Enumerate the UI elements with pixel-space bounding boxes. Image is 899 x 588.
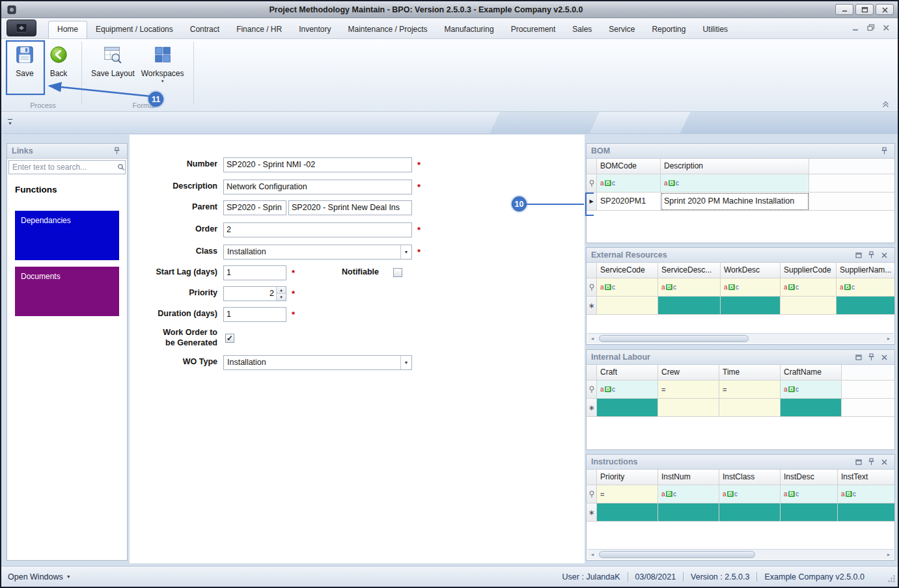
open-windows-dropdown[interactable]: Open Windows ▼ [8, 572, 71, 581]
tab-maintenance-projects[interactable]: Maintenance / Projects [340, 21, 436, 38]
filter-cell[interactable]: aBc [597, 381, 658, 399]
column-header-workdesc[interactable]: WorkDesc [721, 263, 781, 278]
parent-code-input[interactable] [223, 200, 286, 215]
parent-description-input[interactable] [288, 200, 412, 215]
column-header-priority[interactable]: Priority [597, 470, 658, 485]
pin-icon[interactable] [879, 146, 890, 156]
new-row-cell[interactable] [719, 503, 781, 522]
close-icon[interactable] [879, 250, 890, 260]
column-header-insttext[interactable]: InstText [838, 470, 894, 485]
new-row-cell[interactable] [597, 503, 658, 522]
maximize-icon[interactable] [853, 250, 864, 260]
priority-input[interactable] [224, 287, 276, 301]
new-row-cell[interactable] [597, 399, 658, 417]
column-header-instclass[interactable]: InstClass [719, 470, 781, 485]
close-icon[interactable] [879, 352, 890, 362]
filter-cell[interactable]: aBc [719, 485, 781, 503]
new-row-cell[interactable] [658, 399, 719, 417]
new-row-cell[interactable] [597, 297, 658, 315]
mdi-minimize-icon[interactable] [852, 24, 859, 33]
column-header-suppliercode[interactable]: SupplierCode [781, 263, 837, 278]
tab-contract[interactable]: Contract [182, 21, 228, 38]
mdi-close-icon[interactable] [883, 24, 890, 33]
search-icon[interactable] [117, 163, 125, 171]
number-input[interactable] [223, 157, 412, 172]
bom-row-description[interactable]: Sprint 2020 PM Machine Installation [661, 193, 809, 211]
mdi-restore-icon[interactable] [867, 24, 875, 33]
new-row-cell[interactable] [838, 503, 894, 522]
pin-icon[interactable] [111, 146, 122, 156]
tab-utilities[interactable]: Utilities [694, 21, 736, 38]
pin-icon[interactable] [866, 250, 877, 260]
link-dependancies[interactable]: Dependancies [15, 211, 119, 260]
spin-down-icon[interactable]: ▾ [277, 293, 286, 301]
filter-cell[interactable]: = [658, 381, 719, 399]
wo-type-dropdown[interactable]: Installation ▼ [223, 355, 412, 370]
close-icon[interactable] [879, 457, 890, 467]
save-layout-button[interactable]: Save Layout [88, 42, 138, 80]
ribbon-collapse-icon[interactable] [881, 101, 890, 108]
work-order-checkbox[interactable]: ✓ [225, 334, 234, 343]
tab-procurement[interactable]: Procurement [503, 21, 564, 38]
maximize-icon[interactable] [853, 457, 864, 467]
column-header-craft[interactable]: Craft [597, 365, 658, 381]
column-header-instnum[interactable]: InstNum [658, 470, 719, 485]
application-menu-button[interactable] [7, 20, 36, 36]
column-header-bomcode[interactable]: BOMCode [597, 159, 661, 174]
dropdown-arrow-icon[interactable]: ▼ [400, 356, 411, 369]
tab-inventory[interactable]: Inventory [290, 21, 339, 38]
scrollbar-thumb[interactable] [599, 335, 749, 342]
filter-row-icon[interactable] [587, 174, 597, 193]
new-row-cell[interactable] [781, 297, 837, 315]
filter-row-icon[interactable] [587, 485, 597, 503]
pin-icon[interactable] [866, 352, 877, 362]
filter-cell-bomcode[interactable]: aBc [597, 174, 661, 193]
new-row-cell[interactable] [781, 503, 838, 522]
back-button[interactable]: Back [42, 42, 76, 80]
column-header-suppliername[interactable]: SupplierNam... [837, 263, 894, 278]
duration-input[interactable] [223, 307, 286, 322]
column-header-time[interactable]: Time [719, 365, 781, 381]
class-dropdown[interactable]: Installation ▼ [223, 245, 412, 260]
scroll-left-icon[interactable]: ◂ [587, 336, 598, 341]
filter-row-icon[interactable] [587, 278, 597, 297]
maximize-icon[interactable] [853, 352, 864, 362]
filter-cell[interactable]: aBc [837, 278, 894, 297]
column-header-craftname[interactable]: CraftName [781, 365, 842, 381]
filter-cell[interactable]: aBc [658, 278, 721, 297]
priority-stepper[interactable]: ▴ ▾ [223, 286, 286, 301]
filter-cell-description[interactable]: aBc [661, 174, 809, 193]
minimize-icon[interactable] [835, 4, 853, 15]
scrollbar-track[interactable] [598, 550, 883, 559]
new-row-cell[interactable] [719, 399, 781, 417]
horizontal-scrollbar[interactable]: ◂ ▸ [587, 333, 894, 343]
new-row-cell[interactable] [781, 399, 842, 417]
notifiable-checkbox[interactable] [393, 268, 402, 277]
close-icon[interactable] [876, 4, 894, 15]
filter-cell[interactable]: aBc [597, 278, 658, 297]
column-header-servicecode[interactable]: ServiceCode [597, 263, 658, 278]
new-row-cell[interactable] [658, 297, 721, 315]
tab-equipment-locations[interactable]: Equipment / Locations [87, 21, 182, 38]
filter-cell[interactable]: aBc [658, 485, 719, 503]
scrollbar-track[interactable] [598, 334, 883, 343]
save-button[interactable]: Save [8, 42, 42, 80]
filter-cell[interactable]: aBc [781, 485, 838, 503]
scrollbar-thumb[interactable] [599, 551, 755, 558]
new-row-cell[interactable] [721, 297, 781, 315]
new-row-cell[interactable] [658, 503, 719, 522]
filter-cell[interactable]: aBc [781, 381, 842, 399]
spin-up-icon[interactable]: ▴ [277, 287, 286, 293]
tab-sales[interactable]: Sales [564, 21, 600, 38]
start-lag-input[interactable] [223, 265, 286, 280]
link-documents[interactable]: Documents [15, 267, 119, 316]
filter-row-icon[interactable] [587, 381, 597, 399]
horizontal-scrollbar[interactable]: ◂ ▸ [587, 549, 894, 559]
bom-row-code[interactable]: SP2020PM1 [597, 193, 661, 211]
tab-finance-hr[interactable]: Finance / HR [228, 21, 290, 38]
toolbar-overflow-icon[interactable]: ▼ [8, 119, 12, 127]
links-search-box[interactable] [8, 160, 126, 174]
resize-grip[interactable] [887, 574, 896, 585]
filter-cell[interactable]: aBc [838, 485, 894, 503]
links-search-input[interactable] [9, 163, 117, 172]
